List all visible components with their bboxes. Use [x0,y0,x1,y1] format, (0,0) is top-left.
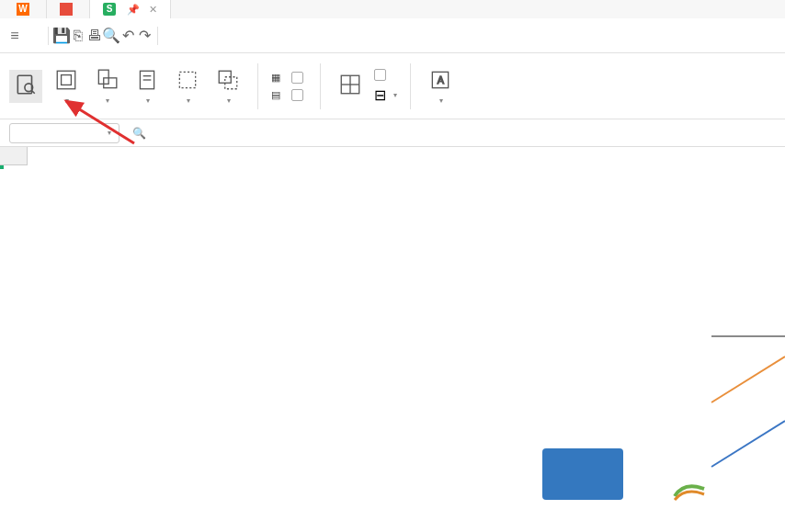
titles-icon: ▦ [271,72,280,84]
divider [410,63,411,109]
spreadsheet-grid[interactable] [0,147,785,165]
pin-icon[interactable]: 📌 [127,4,140,16]
export-icon[interactable]: ⎘ [71,28,85,43]
caret-down-icon: ▾ [439,96,443,105]
checkbox-icon [374,69,386,81]
caret-down-icon: ▾ [146,96,150,105]
svg-line-20 [711,357,785,402]
size-icon [134,67,160,93]
insert-break-icon: ⊟ [374,86,386,104]
doc-icon [60,3,73,16]
undo-icon[interactable]: ↶ [120,28,135,43]
background-button[interactable] [464,85,472,88]
divider [157,27,158,45]
hamburger-icon[interactable]: ≡ [7,28,22,43]
print-preview-icon [13,72,39,97]
tab-excel-file[interactable]: S 📌 ✕ [90,0,171,18]
caret-down-icon: ▾ [187,96,190,105]
page-break-preview-button[interactable] [334,70,367,103]
insert-page-break-button[interactable]: ⊟ ▾ [374,86,397,104]
caret-down-icon: ▾ [65,96,69,105]
divider [320,63,321,109]
select-all-corner[interactable] [0,147,28,165]
print-preview-button[interactable] [9,70,42,103]
print-scale-icon [215,67,241,93]
print-area-icon [175,67,200,93]
chart-preview [684,283,785,485]
header-footer-button[interactable]: ▤ [271,89,284,101]
name-box[interactable]: ▾ [9,123,119,143]
divider [48,27,49,45]
caret-down-icon: ▾ [108,129,111,137]
orientation-button[interactable]: ▾ [90,65,123,107]
checkbox-icon [291,89,303,101]
page-break-preview-icon [337,72,363,97]
caret-down-icon: ▾ [106,96,109,105]
divider [257,63,258,109]
print-icon[interactable]: 🖶 [87,28,102,43]
tab-template[interactable] [47,0,90,18]
svg-text:A: A [438,74,445,85]
orientation-icon [94,67,119,93]
wps-icon: W [17,3,29,16]
save-icon[interactable]: 💾 [54,28,69,43]
file-menu[interactable] [24,32,42,40]
print-scale-button[interactable]: ▾ [211,65,245,107]
svg-rect-4 [62,75,72,85]
theme-button[interactable]: A ▾ [424,65,457,107]
header-footer-icon: ▤ [271,89,280,101]
svg-line-21 [711,421,785,467]
svg-rect-6 [104,78,117,88]
tab-wps-office[interactable]: W [4,0,47,18]
xz7-logo-icon [673,480,706,502]
show-gridlines-checkbox[interactable] [291,72,307,84]
caret-down-icon: ▾ [393,91,397,99]
ribbon: ▾ ▾ ▾ ▾ ▾ ▦ ▤ [0,53,785,119]
print-area-outline [0,165,4,169]
size-button[interactable]: ▾ [131,65,164,107]
menu-bar: ≡ 💾 ⎘ 🖶 🔍 ↶ ↷ [0,18,785,53]
close-icon[interactable]: ✕ [149,4,157,16]
svg-rect-10 [179,72,195,87]
margins-button[interactable]: ▾ [50,65,83,107]
print-row-col-headers-checkbox[interactable] [291,89,307,101]
theme-icon: A [427,67,453,93]
formula-bar: ▾ 🔍 [0,119,785,147]
show-page-breaks-checkbox[interactable] [374,69,397,81]
caret-down-icon: ▾ [227,96,231,105]
print-area-button[interactable]: ▾ [171,65,204,107]
sheet-icon: S [103,3,116,16]
title-tab-bar: W S 📌 ✕ [0,0,785,18]
preview-icon[interactable]: 🔍 [104,28,119,43]
redo-icon[interactable]: ↷ [137,28,152,43]
checkbox-icon [291,72,303,84]
svg-rect-3 [57,71,75,89]
zoom-fit-icon[interactable]: 🔍 [132,127,146,140]
margins-icon [53,67,79,93]
tag-badge [542,448,623,500]
print-titles-button[interactable]: ▦ [271,72,284,84]
